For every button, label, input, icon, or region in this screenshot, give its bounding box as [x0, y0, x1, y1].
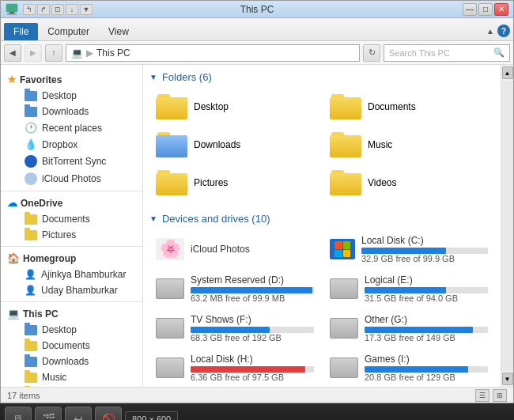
device-icloud-photos[interactable]: 🌸 iCloud Photos — [149, 231, 320, 267]
icloud-large-icon: 🌸 — [156, 238, 184, 260]
devices-grid: 🌸 iCloud Photos — [149, 231, 494, 387]
close-button[interactable]: ✕ — [494, 3, 508, 16]
sidebar-header-favorites[interactable]: ★ Favorites — [1, 71, 142, 88]
folder-desktop[interactable]: Desktop — [149, 89, 320, 124]
homegroup-icon: 🏠 — [7, 252, 20, 264]
thispc-icon: 💻 — [7, 308, 20, 320]
other-g-name: Other (G:) — [365, 314, 488, 325]
minimize-button[interactable]: — — [463, 3, 477, 16]
sidebar-item-user2[interactable]: 👤 Uday Bhamburkar — [1, 282, 142, 298]
sidebar-item-onedrive-pics[interactable]: Pictures — [1, 227, 142, 243]
games-i-progress — [365, 366, 488, 373]
desktop-folder-large-icon — [156, 94, 187, 119]
search-bar[interactable]: Search This PC 🔍 — [384, 44, 510, 62]
titlebar-icon-1: ↰ — [23, 4, 36, 15]
favorites-star-icon: ★ — [7, 74, 17, 85]
folders-grid: Desktop Documents — [149, 89, 494, 200]
thispc-desktop-icon — [25, 325, 37, 335]
sidebar-item-onedrive-docs[interactable]: Documents — [1, 211, 142, 227]
thispc-label: This PC — [23, 308, 59, 320]
local-c-fill — [361, 248, 446, 254]
sidebar-item-dropbox[interactable]: 💧 Dropbox — [1, 136, 142, 153]
folder-music[interactable]: Music — [323, 127, 494, 162]
thispc-music-icon — [25, 373, 37, 383]
sidebar-item-thispc-music[interactable]: Music — [1, 369, 142, 385]
local-h-free: 6.36 GB free of 97.5 GB — [191, 373, 314, 382]
title-bar-left: ↰ ↱ ⊡ ↓ ▼ — [6, 3, 93, 16]
sidebar: ★ Favorites Desktop Downloads 🕐 Recent p… — [1, 65, 143, 387]
search-icon: 🔍 — [493, 47, 505, 58]
device-system-d[interactable]: System Reserved (D:) 63.2 MB free of 99.… — [149, 271, 320, 307]
device-games-i[interactable]: Games (I:) 20.8 GB free of 129 GB — [323, 350, 494, 386]
sidebar-item-bittorrent[interactable]: BitTorrent Sync — [1, 153, 142, 170]
hdd-d-icon — [156, 278, 184, 299]
sidebar-item-desktop[interactable]: Desktop — [1, 88, 142, 104]
hdd-e-icon — [330, 278, 358, 299]
favorites-label: Favorites — [20, 74, 62, 85]
folders-section-header: ▼ Folders (6) — [149, 71, 494, 83]
device-local-c[interactable]: Local Disk (C:) 32.9 GB free of 99.9 GB — [323, 231, 494, 267]
taskbar-button-2[interactable]: 🎬 — [35, 407, 62, 420]
tvshows-f-free: 68.3 GB free of 192 GB — [191, 333, 314, 342]
system-d-free: 63.2 MB free of 99.9 MB — [191, 293, 314, 303]
folder-downloads-label: Downloads — [194, 139, 240, 150]
device-other-g[interactable]: Other (G:) 17.3 GB free of 149 GB — [323, 310, 494, 346]
device-logical-e[interactable]: Logical (E:) 31.5 GB free of 94.0 GB — [323, 271, 494, 307]
back-button[interactable]: ◀ — [4, 44, 21, 62]
sidebar-header-onedrive[interactable]: ☁ OneDrive — [1, 195, 142, 211]
device-local-h[interactable]: Local Disk (H:) 6.36 GB free of 97.5 GB — [149, 350, 320, 386]
recent-places-icon: 🕐 — [25, 122, 37, 134]
list-view-button[interactable]: ☰ — [475, 389, 489, 402]
taskbar-icon-3: ↩ — [74, 413, 83, 420]
sidebar-item-dropbox-label: Dropbox — [42, 139, 77, 150]
folder-documents-label: Documents — [368, 101, 416, 112]
sidebar-header-homegroup[interactable]: 🏠 Homegroup — [1, 250, 142, 267]
local-h-fill — [191, 366, 305, 373]
sidebar-item-downloads[interactable]: Downloads — [1, 104, 142, 119]
taskbar-button-1[interactable]: 🖥 — [5, 407, 32, 420]
breadcrumb-bar[interactable]: 💻 ▶ This PC — [66, 44, 360, 62]
titlebar-icon-3: ⊡ — [51, 4, 64, 15]
taskbar-button-3[interactable]: ↩ — [65, 407, 92, 420]
collapse-ribbon-icon[interactable]: ▲ — [486, 27, 494, 36]
folders-section-title: Folders (6) — [162, 71, 212, 83]
forward-button[interactable]: ▶ — [25, 44, 42, 62]
sidebar-item-thispc-desktop[interactable]: Desktop — [1, 322, 142, 338]
logical-e-info: Logical (E:) 31.5 GB free of 94.0 GB — [365, 274, 488, 303]
folder-pictures[interactable]: Pictures — [149, 165, 320, 200]
tab-view[interactable]: View — [99, 23, 138, 40]
sidebar-item-thispc-docs[interactable]: Documents — [1, 338, 142, 354]
sidebar-item-thispc-downloads-label: Downloads — [42, 356, 89, 367]
refresh-button[interactable]: ↻ — [363, 44, 380, 62]
ribbon-tabs: File Computer View ▲ ? — [1, 18, 513, 40]
up-button[interactable]: ↑ — [45, 44, 62, 62]
folder-downloads[interactable]: Downloads — [149, 127, 320, 162]
folder-videos[interactable]: Videos — [323, 165, 494, 200]
videos-folder-large-icon — [330, 170, 361, 195]
logical-e-free: 31.5 GB free of 94.0 GB — [365, 293, 488, 303]
scrollbar[interactable]: ▲ ▼ — [501, 65, 513, 387]
help-icon[interactable]: ? — [497, 25, 510, 37]
sidebar-header-thispc[interactable]: 💻 This PC — [1, 305, 142, 322]
maximize-button[interactable]: □ — [478, 3, 493, 16]
other-g-info: Other (G:) 17.3 GB free of 149 GB — [365, 314, 488, 342]
grid-view-button[interactable]: ⊞ — [493, 389, 507, 402]
taskbar-button-4[interactable]: 🚫 — [95, 407, 122, 420]
hdd-h-icon — [156, 358, 184, 378]
window-title: This PC — [240, 4, 274, 15]
system-d-info: System Reserved (D:) 63.2 MB free of 99.… — [191, 274, 314, 303]
sidebar-item-recent-places[interactable]: 🕐 Recent places — [1, 119, 142, 136]
tab-file[interactable]: File — [4, 23, 38, 40]
sidebar-item-thispc-downloads[interactable]: Downloads — [1, 354, 142, 369]
sidebar-section-homegroup: 🏠 Homegroup 👤 Ajinkya Bhamburkar 👤 Uday … — [1, 250, 142, 298]
window-icon — [6, 3, 18, 16]
svg-rect-1 — [9, 12, 14, 13]
device-tvshows-f[interactable]: TV Shows (F:) 68.3 GB free of 192 GB — [149, 310, 320, 346]
sidebar-item-user1[interactable]: 👤 Ajinkya Bhamburkar — [1, 267, 142, 282]
tab-computer[interactable]: Computer — [38, 23, 99, 40]
sidebar-item-onedrive-pics-label: Pictures — [42, 229, 76, 240]
folder-documents[interactable]: Documents — [323, 89, 494, 124]
sidebar-item-icloud-photos[interactable]: iCloud Photos — [1, 170, 142, 187]
sidebar-item-recent-places-label: Recent places — [42, 123, 102, 134]
system-d-fill — [191, 287, 312, 293]
